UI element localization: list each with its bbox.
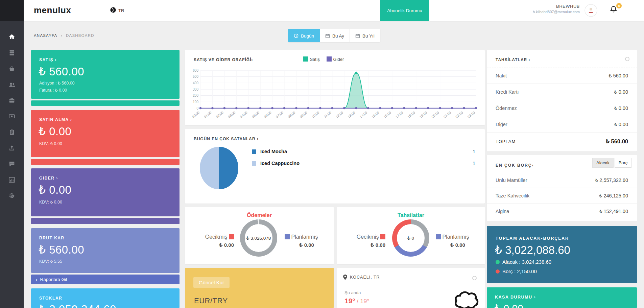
clipboard-icon[interactable] bbox=[8, 128, 16, 136]
user-menu[interactable]: BREWHUB h.kilbahri807@menulux.com bbox=[533, 4, 580, 14]
chart-title[interactable]: SATIŞ VE GİDER GRAFİĞİ› bbox=[194, 57, 253, 62]
chevron-right-icon: › bbox=[70, 117, 72, 122]
stat-card-satis[interactable]: SATIŞ › ₺ 560.00 Adisyon : ₺ 560.00 Fatu… bbox=[31, 50, 180, 99]
status-circle-icon bbox=[625, 57, 629, 61]
collections-table-title[interactable]: TAHSİLATLAR › bbox=[496, 57, 530, 62]
stat-card-gider[interactable]: GIDER › ₺ 0.00 KDV: ₺ 0.00 bbox=[31, 168, 180, 216]
svg-text:22:00: 22:00 bbox=[455, 111, 464, 119]
avatar[interactable] bbox=[585, 4, 597, 17]
currency-card: Güncel Kur EUR/TRY bbox=[185, 268, 334, 308]
legend-swatch-planlanmis bbox=[285, 234, 290, 239]
totals-title: TOPLAM ALACAK-BORÇLAR bbox=[496, 236, 569, 241]
svg-text:500: 500 bbox=[193, 75, 198, 78]
user-name: BREWHUB bbox=[533, 4, 580, 9]
borc-button[interactable]: Borç bbox=[615, 158, 631, 168]
collections-donut: ₺ 0 bbox=[392, 219, 429, 257]
pie-legend-item: Iced Cappuccino bbox=[252, 161, 300, 166]
stat-card-satin-alma-footer[interactable] bbox=[31, 159, 180, 165]
subscription-status-button[interactable]: Abonelik Durumu bbox=[380, 0, 429, 21]
svg-text:04:00: 04:00 bbox=[239, 111, 248, 119]
basket-icon[interactable] bbox=[8, 65, 16, 73]
donut-center-value: ₺ 0 bbox=[407, 235, 414, 241]
clock-icon bbox=[294, 33, 299, 38]
chat-icon[interactable] bbox=[8, 160, 16, 168]
stat-card-brut-kar[interactable]: BRÜT KAR ₺ 560.00 KDV: ₺ 5.55 bbox=[31, 228, 180, 273]
collections-legend-right: Planlanmış ₺ 0.00 bbox=[436, 234, 480, 248]
payments-donut-card: Ödemeler ₺ 3,026,078 Gecikmiş ₺ 0.00 Pla… bbox=[185, 207, 334, 264]
stat-card-satin-alma[interactable]: SATIN ALMA › ₺ 0.00 KDV: ₺ 0.00 bbox=[31, 110, 180, 157]
user-email: h.kilbahri807@menulux.com bbox=[533, 10, 580, 14]
pie-value: 1 bbox=[473, 149, 475, 154]
pie-value: 1 bbox=[473, 161, 475, 166]
home-icon[interactable] bbox=[8, 33, 16, 41]
collections-rows: Nakit₺ 560.00 Kredi Kartı₺ 0.00 Ödenmez₺… bbox=[487, 68, 637, 133]
chevron-right-icon: › bbox=[56, 176, 58, 181]
svg-text:07:00: 07:00 bbox=[275, 111, 284, 119]
kasa-title: KASA DURUMU › bbox=[495, 295, 536, 300]
tab-bu-yil[interactable]: Bu Yıl bbox=[350, 29, 380, 42]
language-selector[interactable]: TR bbox=[110, 7, 124, 14]
users-icon[interactable] bbox=[8, 80, 16, 89]
top-debt-panel: EN ÇOK BORÇ› Alacak Borç Unlu Mamüller₺ … bbox=[487, 155, 637, 221]
stat-card-satis-footer[interactable] bbox=[31, 100, 180, 106]
svg-text:02:00: 02:00 bbox=[215, 111, 224, 119]
tab-bugun[interactable]: Bugün bbox=[288, 29, 320, 42]
breadcrumb-home[interactable]: ANASAYFA bbox=[34, 33, 57, 38]
database-icon[interactable] bbox=[8, 49, 16, 57]
svg-text:12:00: 12:00 bbox=[335, 111, 344, 119]
legend-swatch-iced-mocha bbox=[252, 149, 256, 154]
breadcrumb: ANASAYFA › DASHBOARD bbox=[34, 33, 94, 38]
bar-chart-icon[interactable] bbox=[8, 176, 16, 184]
totals-borc-line: Borç : 2,150.00 bbox=[496, 268, 537, 274]
svg-text:03:00: 03:00 bbox=[227, 111, 236, 119]
svg-text:16:00: 16:00 bbox=[383, 111, 392, 119]
debt-rows: Unlu Mamüller₺ 2,557,322.60 Taze Kahveci… bbox=[487, 172, 637, 219]
table-row: Algina₺ 152,491.00 bbox=[487, 204, 637, 219]
totals-card[interactable]: TOPLAM ALACAK-BORÇLAR ₺ 3,022,088.60 Ala… bbox=[487, 226, 637, 283]
currency-badge: Güncel Kur bbox=[193, 277, 230, 288]
weather-temps: 19° / 19° bbox=[344, 297, 369, 305]
reports-link-footer[interactable]: › Raporlara Git bbox=[31, 275, 180, 284]
settings-gear-icon[interactable] bbox=[8, 192, 16, 200]
kasa-value: ₺ 0.00 bbox=[494, 302, 523, 308]
collections-donut-card: Tahsilatlar ₺ 0 Gecikmiş ₺ 0.00 Planlanm… bbox=[337, 207, 485, 264]
stat-card-stoklar[interactable]: STOKLAR ₺ 3,059,344.60 bbox=[31, 288, 180, 308]
table-row: Ödenmez₺ 0.00 bbox=[487, 100, 637, 116]
legend-swatch-iced-cappuccino bbox=[252, 161, 256, 166]
payments-legend-right: Planlanmış ₺ 0.00 bbox=[285, 234, 329, 248]
alacak-button[interactable]: Alacak bbox=[592, 158, 614, 168]
currency-pair: EUR/TRY bbox=[194, 297, 228, 305]
top-debt-title[interactable]: EN ÇOK BORÇ› bbox=[496, 163, 534, 168]
totals-alacak-line: Alacak : 3,024,238.60 bbox=[496, 259, 551, 265]
svg-text:200: 200 bbox=[193, 94, 198, 97]
kasa-card[interactable]: KASA DURUMU › ₺ 0.00 bbox=[487, 287, 637, 308]
sidebar-logo-square bbox=[0, 0, 24, 21]
notifications-bell[interactable]: 0 bbox=[610, 5, 620, 16]
period-tabs: Bugün Bu Ay Bu Yıl bbox=[288, 29, 380, 42]
svg-text:00:00: 00:00 bbox=[191, 111, 200, 119]
breadcrumb-current: DASHBOARD bbox=[66, 33, 94, 38]
svg-text:0: 0 bbox=[196, 106, 198, 110]
payments-legend-left: Gecikmiş ₺ 0.00 bbox=[198, 234, 234, 248]
app-logo[interactable]: menulux bbox=[34, 5, 71, 16]
stat-card-gider-footer[interactable] bbox=[31, 218, 180, 224]
legend-swatch-gecikmis bbox=[380, 234, 385, 239]
svg-text:19:00: 19:00 bbox=[419, 111, 428, 119]
table-row: Diğer₺ 0.00 bbox=[487, 116, 637, 133]
status-circle-icon bbox=[472, 276, 477, 280]
pie-legend-item: Iced Mocha bbox=[252, 149, 287, 154]
payments-donut: ₺ 3,026,078 bbox=[240, 219, 277, 257]
money-icon[interactable] bbox=[8, 112, 16, 120]
tab-bu-ay[interactable]: Bu Ay bbox=[320, 29, 350, 42]
briefcase-icon[interactable] bbox=[8, 96, 16, 104]
svg-text:13:00: 13:00 bbox=[347, 111, 356, 119]
svg-text:15:00: 15:00 bbox=[371, 111, 380, 119]
chevron-right-icon: › bbox=[36, 277, 38, 282]
legend-swatch-gecikmis bbox=[229, 234, 234, 239]
svg-text:18:00: 18:00 bbox=[407, 111, 416, 119]
table-row: Unlu Mamüller₺ 2,557,322.60 bbox=[487, 172, 637, 188]
export-icon[interactable] bbox=[8, 144, 16, 152]
svg-text:14:00: 14:00 bbox=[359, 111, 368, 119]
top-sellers-title[interactable]: BUGÜN EN ÇOK SATANLAR › bbox=[194, 137, 259, 141]
chevron-right-icon: › bbox=[55, 57, 57, 62]
